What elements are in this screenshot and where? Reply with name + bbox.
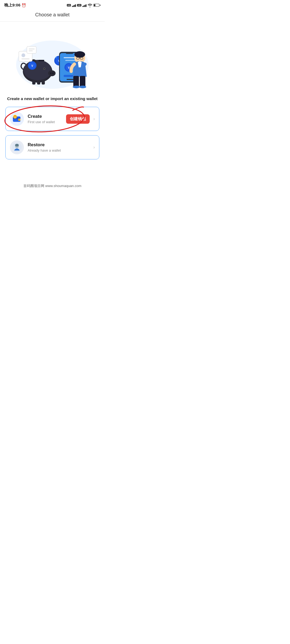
options-section: $ Create First use of wallet 创建钱包 › Rest…	[0, 107, 105, 159]
hd-badge-2: HD	[77, 4, 81, 6]
create-wallet-badge: 创建钱包	[66, 114, 90, 124]
status-right: HD HD	[67, 3, 100, 7]
battery-tip	[100, 5, 100, 6]
status-left: 晚上9:06 ⏰	[4, 3, 26, 8]
svg-rect-35	[73, 76, 79, 87]
hero-section: V V + V	[0, 22, 105, 92]
svg-point-8	[44, 68, 45, 69]
restore-wallet-card[interactable]: Restore Already have a wallet ›	[5, 135, 99, 159]
svg-rect-22	[66, 52, 73, 54]
signal-bar	[72, 6, 73, 7]
svg-point-3	[48, 70, 56, 76]
svg-rect-43	[29, 49, 35, 49]
svg-rect-42	[27, 46, 36, 53]
svg-point-55	[15, 144, 19, 147]
create-wallet-subtitle: First use of wallet	[28, 120, 62, 124]
create-wallet-title: Create	[28, 114, 62, 119]
svg-rect-11	[42, 81, 45, 85]
svg-point-31	[74, 51, 85, 58]
svg-rect-12	[38, 60, 44, 61]
svg-text:V: V	[68, 66, 70, 69]
svg-rect-9	[32, 80, 35, 85]
signal-bar	[75, 4, 76, 7]
hero-illustration: V V + V	[12, 30, 93, 89]
create-wallet-icon: $	[10, 112, 24, 126]
hd-badge-1: HD	[67, 4, 71, 6]
svg-text:V: V	[31, 64, 33, 67]
svg-point-5	[52, 72, 54, 74]
svg-point-37	[73, 86, 80, 88]
signal-bar	[74, 5, 75, 7]
svg-point-49	[19, 119, 20, 120]
page-title: Choose a wallet	[35, 12, 70, 17]
svg-text:+: +	[55, 55, 57, 60]
svg-rect-44	[29, 50, 33, 51]
svg-rect-24	[65, 60, 76, 61]
svg-point-40	[21, 53, 25, 57]
svg-rect-36	[80, 76, 85, 87]
footer-watermark: 首码圈项目网 www.shoumaquan.com	[0, 175, 105, 193]
signal-bar	[73, 5, 74, 7]
svg-rect-41	[21, 58, 30, 59]
restore-wallet-chevron: ›	[93, 145, 95, 150]
footer-text: 首码圈项目网 www.shoumaquan.com	[23, 184, 81, 188]
restore-wallet-title: Restore	[28, 142, 90, 148]
signal-bar	[82, 6, 83, 7]
signal-bars-1	[72, 4, 76, 7]
battery-icon	[93, 4, 100, 7]
create-wallet-text: Create First use of wallet	[28, 114, 62, 124]
status-time: 晚上9:06	[4, 3, 20, 8]
signal-bar	[84, 5, 84, 7]
signal-bar	[85, 5, 85, 7]
create-wallet-card[interactable]: $ Create First use of wallet 创建钱包 ›	[5, 107, 99, 131]
hero-subtitle: Create a new wallet or import an existin…	[0, 92, 105, 107]
wifi-icon	[88, 3, 92, 7]
restore-wallet-text: Restore Already have a wallet	[28, 142, 90, 152]
restore-wallet-subtitle: Already have a wallet	[28, 148, 90, 152]
page-header: Choose a wallet	[0, 9, 105, 22]
alarm-icon: ⏰	[21, 3, 26, 8]
svg-point-4	[50, 72, 52, 74]
restore-wallet-icon	[10, 140, 24, 154]
battery-box	[93, 4, 99, 7]
svg-rect-10	[37, 81, 40, 85]
signal-bars-2	[82, 4, 86, 7]
status-bar: 晚上9:06 ⏰ HD HD	[0, 0, 105, 9]
svg-text:$: $	[15, 116, 16, 118]
signal-bar	[86, 4, 86, 7]
create-wallet-chevron: ›	[93, 116, 95, 121]
battery-fill	[94, 4, 95, 6]
svg-point-38	[79, 86, 86, 88]
svg-point-2	[24, 60, 52, 80]
